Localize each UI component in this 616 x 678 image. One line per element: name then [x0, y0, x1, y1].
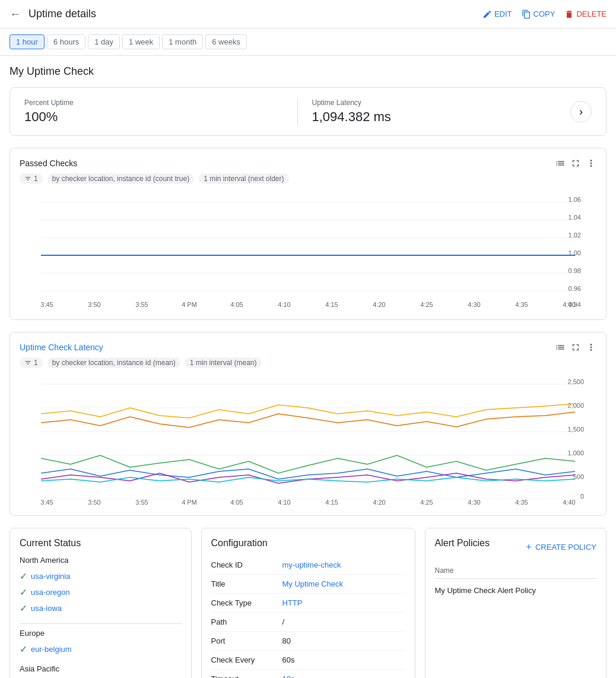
check-icon-usa-virginia: ✓ — [20, 571, 27, 582]
passed-checks-card: Passed Checks 1 by checker location, ins… — [9, 148, 607, 320]
filter-icon — [24, 175, 31, 182]
time-1month[interactable]: 1 month — [162, 34, 203, 49]
header-actions: EDIT COPY DELETE — [482, 9, 607, 19]
alerts-header: Alert Policies CREATE POLICY — [435, 538, 597, 556]
passed-checks-filters: 1 by checker location, instance id (coun… — [20, 173, 596, 184]
filter-interval-chip[interactable]: 1 min interval (next older) — [199, 173, 288, 184]
latency-chart-header: Uptime Check Latency — [20, 342, 596, 353]
config-value-checkevery: 60s — [282, 655, 295, 664]
latency-filter-count-chip[interactable]: 1 — [20, 357, 43, 368]
config-value-path: / — [282, 617, 285, 626]
config-key-port: Port — [211, 636, 282, 645]
latency-chart: 2,500 2,000 1,500 1,000 500 0 — [20, 375, 596, 506]
check-icon-usa-oregon: ✓ — [20, 587, 27, 598]
alerts-card: Alert Policies CREATE POLICY Name My Upt… — [425, 528, 607, 678]
config-value-timeout: 10s — [282, 674, 295, 678]
eur-belgium-label: eur-belgium — [31, 645, 72, 654]
status-card: Current Status North America ✓ usa-virgi… — [9, 528, 192, 678]
check-name: My Uptime Check — [9, 65, 607, 78]
metrics-next-button[interactable]: › — [570, 101, 592, 122]
config-value-checktype: HTTP — [282, 598, 303, 607]
latency-chart-toolbar — [555, 342, 596, 353]
svg-text:4 PM: 4 PM — [182, 499, 197, 506]
svg-text:4:25: 4:25 — [420, 499, 433, 506]
status-card-title: Current Status — [20, 538, 182, 549]
delete-icon — [564, 9, 574, 19]
svg-text:4:20: 4:20 — [373, 301, 385, 308]
config-card: Configuration Check ID my-uptime-check T… — [201, 528, 415, 678]
config-key-checktype: Check Type — [211, 598, 282, 607]
config-card-title: Configuration — [211, 538, 405, 549]
config-value-port: 80 — [282, 636, 291, 645]
edit-button[interactable]: EDIT — [482, 9, 512, 19]
svg-text:4:15: 4:15 — [325, 499, 338, 506]
latency-more-vert-icon[interactable] — [586, 342, 596, 353]
config-key-timeout: Timeout — [211, 674, 282, 678]
latency-location-chip[interactable]: by checker location, instance id (mean) — [47, 357, 180, 368]
svg-text:4:20: 4:20 — [373, 499, 385, 506]
config-key-title: Title — [211, 579, 282, 588]
time-1hour[interactable]: 1 hour — [9, 34, 45, 49]
usa-virginia-label: usa-virginia — [31, 572, 70, 581]
alerts-card-title: Alert Policies — [435, 538, 490, 549]
config-key-checkid: Check ID — [211, 560, 282, 569]
back-button[interactable]: ← — [9, 7, 21, 21]
asia-pacific-label: Asia Pacific — [20, 664, 182, 673]
latency-chart-title: Uptime Check Latency — [20, 343, 103, 352]
percent-uptime-value: 100% — [24, 109, 283, 125]
svg-text:4:05: 4:05 — [230, 301, 243, 308]
latency-list-icon[interactable] — [555, 342, 566, 353]
latency-metric: Uptime Latency 1,094.382 ms — [312, 99, 571, 125]
svg-text:4 PM: 4 PM — [182, 301, 197, 308]
copy-icon — [522, 9, 531, 19]
time-6weeks[interactable]: 6 weeks — [205, 34, 247, 49]
filter-count-chip[interactable]: 1 — [20, 173, 43, 184]
latency-interval-chip[interactable]: 1 min interval (mean) — [185, 357, 262, 368]
svg-text:4:25: 4:25 — [420, 301, 433, 308]
latency-value: 1,094.382 ms — [312, 109, 571, 125]
config-key-checkevery: Check Every — [211, 655, 282, 664]
svg-text:4:05: 4:05 — [230, 499, 243, 506]
latency-fullscreen-icon[interactable] — [570, 342, 581, 353]
usa-oregon-label: usa-oregon — [31, 588, 70, 597]
filter-location-chip[interactable]: by checker location, instance id (count … — [47, 173, 194, 184]
alert-policy-item: My Uptime Check Alert Policy — [435, 581, 597, 600]
more-vert-icon[interactable] — [586, 158, 596, 169]
svg-text:3:50: 3:50 — [88, 301, 100, 308]
fullscreen-icon[interactable] — [570, 158, 581, 169]
svg-text:4:40: 4:40 — [563, 301, 575, 308]
plus-icon — [525, 543, 533, 551]
config-row-checkevery: Check Every 60s — [211, 651, 405, 670]
delete-button[interactable]: DELETE — [564, 9, 607, 19]
time-1week[interactable]: 1 week — [122, 34, 160, 49]
chart-toolbar — [555, 158, 596, 169]
time-1day[interactable]: 1 day — [88, 34, 120, 49]
svg-text:3:45: 3:45 — [40, 499, 53, 506]
svg-text:3:55: 3:55 — [135, 499, 148, 506]
config-value-checkid: my-uptime-check — [282, 560, 341, 569]
svg-text:0: 0 — [580, 493, 584, 500]
svg-text:4:10: 4:10 — [278, 499, 290, 506]
status-eur-belgium: ✓ eur-belgium — [20, 641, 182, 657]
latency-filter-icon — [24, 359, 31, 366]
svg-text:4:35: 4:35 — [515, 499, 528, 506]
latency-label: Uptime Latency — [312, 99, 571, 107]
copy-button[interactable]: COPY — [522, 9, 555, 19]
svg-text:4:40: 4:40 — [563, 499, 575, 506]
metrics-divider — [297, 97, 298, 126]
svg-text:4:35: 4:35 — [515, 301, 528, 308]
check-icon-usa-iowa: ✓ — [20, 603, 27, 614]
create-policy-button[interactable]: CREATE POLICY — [525, 543, 596, 552]
header: ← Uptime details EDIT COPY DELETE — [0, 0, 616, 28]
passed-checks-svg: 1.06 1.04 1.02 1.00 0.98 0.96 0.94 3:45 … — [20, 191, 596, 310]
svg-text:4:30: 4:30 — [468, 499, 480, 506]
svg-text:4:10: 4:10 — [278, 301, 290, 308]
asia-pacific-region: Asia Pacific ✓ apac-singapore — [20, 664, 182, 678]
list-icon[interactable] — [555, 158, 566, 169]
passed-checks-header: Passed Checks — [20, 158, 596, 169]
time-6hours[interactable]: 6 hours — [47, 34, 85, 49]
usa-iowa-label: usa-iowa — [31, 604, 62, 613]
metrics-card: Percent Uptime 100% Uptime Latency 1,094… — [9, 87, 607, 136]
passed-checks-title: Passed Checks — [20, 159, 77, 168]
north-america-region: North America ✓ usa-virginia ✓ usa-orego… — [20, 556, 182, 616]
